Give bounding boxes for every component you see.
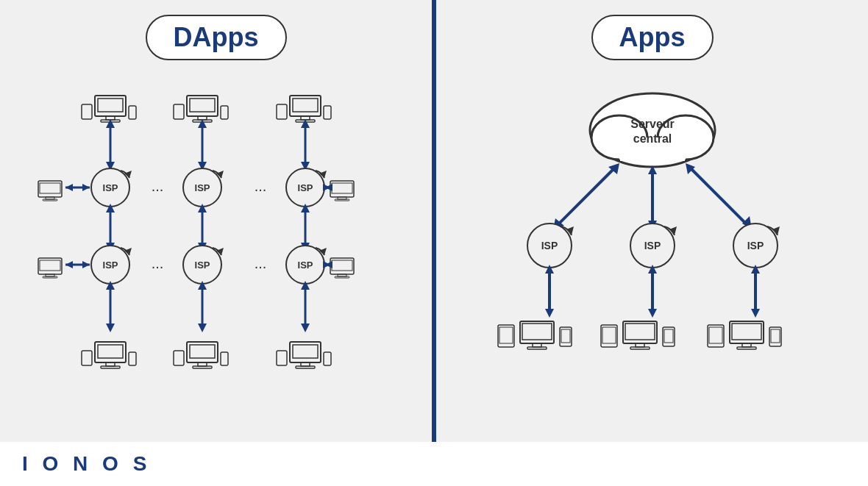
svg-rect-111 <box>277 351 287 365</box>
svg-marker-142 <box>648 309 657 318</box>
apps-diagram: Serveur central ISP <box>444 75 861 427</box>
svg-text:ISP: ISP <box>194 260 210 271</box>
svg-rect-164 <box>709 327 722 343</box>
svg-rect-96 <box>98 345 123 358</box>
dapps-svg: ISP ... ISP ... ISP <box>25 82 408 421</box>
svg-marker-33 <box>65 184 73 191</box>
svg-rect-10 <box>174 104 184 119</box>
svg-text:...: ... <box>151 255 163 271</box>
svg-text:ISP: ISP <box>747 240 764 251</box>
svg-rect-100 <box>129 352 136 365</box>
svg-marker-87 <box>106 324 115 332</box>
svg-rect-28 <box>40 183 60 193</box>
svg-marker-139 <box>545 309 554 318</box>
svg-rect-82 <box>335 276 349 278</box>
svg-marker-20 <box>106 119 115 128</box>
apps-panel: Apps Serveur central <box>436 0 868 442</box>
svg-text:ISP: ISP <box>194 182 210 193</box>
svg-rect-7 <box>190 99 215 112</box>
dapps-title: DApps <box>146 15 287 60</box>
svg-rect-80 <box>332 260 352 271</box>
svg-marker-66 <box>82 261 90 268</box>
svg-rect-158 <box>625 324 655 340</box>
main-content: DApps <box>0 0 868 442</box>
svg-rect-168 <box>737 347 756 349</box>
svg-rect-170 <box>771 329 780 343</box>
svg-rect-156 <box>602 327 616 343</box>
svg-rect-17 <box>324 106 331 119</box>
svg-text:ISP: ISP <box>102 260 118 271</box>
svg-marker-90 <box>198 324 207 332</box>
svg-rect-162 <box>664 329 673 343</box>
svg-text:...: ... <box>254 255 266 271</box>
svg-rect-108 <box>293 345 318 358</box>
apps-svg: Serveur central ISP <box>469 82 836 421</box>
svg-rect-30 <box>43 199 57 201</box>
svg-rect-5 <box>129 106 136 119</box>
svg-marker-26 <box>301 119 310 128</box>
dapps-diagram: ISP ... ISP ... ISP <box>7 75 424 427</box>
svg-text:ISP: ISP <box>644 240 661 251</box>
svg-marker-93 <box>301 324 310 332</box>
svg-text:ISP: ISP <box>297 260 313 271</box>
svg-rect-48 <box>335 199 349 201</box>
svg-rect-152 <box>527 347 547 349</box>
svg-text:...: ... <box>254 178 266 194</box>
svg-text:Serveur: Serveur <box>630 118 675 130</box>
svg-rect-11 <box>221 106 228 119</box>
svg-text:ISP: ISP <box>297 182 313 193</box>
svg-text:central: central <box>633 132 671 145</box>
svg-rect-99 <box>82 351 92 365</box>
logo-bar: I O N O S <box>0 442 868 486</box>
svg-text:...: ... <box>151 178 163 194</box>
svg-marker-67 <box>65 261 73 268</box>
svg-rect-160 <box>630 347 650 349</box>
svg-rect-104 <box>193 366 212 368</box>
svg-rect-4 <box>82 104 92 119</box>
svg-rect-148 <box>499 327 513 343</box>
svg-marker-23 <box>198 119 207 128</box>
dapps-panel: DApps <box>0 0 432 442</box>
svg-rect-102 <box>190 345 215 358</box>
apps-title: Apps <box>591 15 714 60</box>
svg-marker-145 <box>751 309 760 318</box>
svg-rect-62 <box>40 260 60 271</box>
svg-rect-64 <box>43 276 57 278</box>
svg-rect-154 <box>561 329 570 343</box>
svg-text:ISP: ISP <box>541 240 558 251</box>
svg-marker-85 <box>325 261 332 268</box>
svg-line-120 <box>557 167 616 226</box>
svg-rect-112 <box>324 352 331 365</box>
svg-rect-150 <box>522 324 552 340</box>
svg-rect-16 <box>277 104 287 119</box>
svg-text:ISP: ISP <box>102 182 118 193</box>
svg-rect-110 <box>296 366 315 368</box>
svg-rect-166 <box>732 324 761 340</box>
svg-rect-106 <box>221 352 228 365</box>
svg-marker-32 <box>82 184 90 191</box>
svg-rect-1 <box>98 99 123 112</box>
ionos-logo: I O N O S <box>22 452 151 476</box>
svg-rect-98 <box>101 366 120 368</box>
svg-rect-13 <box>293 99 318 112</box>
svg-line-126 <box>689 167 748 226</box>
svg-marker-51 <box>325 184 332 191</box>
svg-rect-46 <box>332 183 352 193</box>
svg-rect-105 <box>174 351 184 365</box>
